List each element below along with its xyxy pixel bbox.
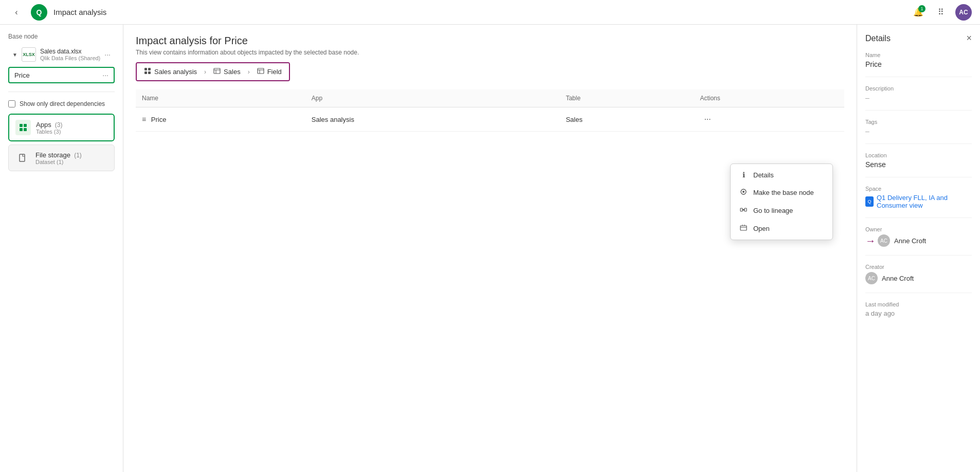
user-avatar-button[interactable]: AC — [955, 4, 972, 21]
notification-button[interactable]: 🔔 1 — [910, 4, 927, 21]
space-icon: Q — [865, 196, 874, 207]
sidebar-divider — [8, 92, 115, 92]
owner-avatar: AC — [878, 234, 890, 247]
owner-item: AC Anne Croft — [878, 234, 926, 247]
ctx-open[interactable]: Open — [731, 220, 832, 238]
svg-point-20 — [743, 209, 745, 211]
col-name: Name — [136, 89, 305, 107]
row-name-icon: ≡ — [142, 115, 146, 123]
right-panel: Details × Name Price Description – Tags … — [857, 25, 980, 472]
qlik-logo-icon: Q — [31, 4, 47, 21]
row-app: Sales analysis — [305, 107, 560, 132]
ctx-make-base-node[interactable]: Make the base node — [731, 184, 832, 202]
description-label: Description — [865, 85, 972, 92]
space-item: Q Q1 Delivery FLL, IA and Consumer view — [865, 194, 972, 209]
breadcrumb-sales[interactable]: Sales — [206, 63, 248, 80]
file-storage-nav-title: File storage (1) — [35, 151, 108, 159]
back-button[interactable]: ‹ — [8, 4, 25, 21]
back-icon: ‹ — [15, 8, 17, 17]
file-storage-nav-sub: Dataset (1) — [35, 159, 108, 165]
space-label: Space — [865, 186, 972, 192]
make-base-node-icon — [739, 188, 748, 197]
creator-label: Creator — [865, 264, 972, 270]
owner-name: Anne Croft — [894, 237, 926, 245]
col-app: App — [305, 89, 560, 107]
panel-owner-section: Owner → AC Anne Croft — [865, 226, 972, 256]
last-modified-label: Last modified — [865, 301, 972, 307]
direct-deps-label: Show only direct dependencies — [20, 100, 105, 107]
main-layout: Base node ▼ XLSX Sales data.xlsx Qlik Da… — [0, 25, 980, 472]
location-value: Sense — [865, 160, 972, 169]
breadcrumb-sales-label: Sales — [224, 68, 241, 76]
creator-avatar: AC — [865, 272, 878, 284]
breadcrumb-sales-analysis[interactable]: Sales analysis — [137, 63, 204, 80]
panel-title: Details — [865, 34, 891, 43]
breadcrumb-sales-analysis-label: Sales analysis — [154, 68, 197, 76]
apps-nav-info: Apps (3) Tables (3) — [36, 121, 107, 135]
breadcrumb: Sales analysis › Sales › Field — [136, 62, 290, 81]
col-actions: Actions — [694, 89, 844, 107]
owner-arrow-icon: → — [865, 235, 876, 247]
topbar-title: Impact analysis — [53, 8, 106, 16]
field-icon — [257, 67, 264, 76]
apps-grid-button[interactable]: ⠿ — [933, 4, 949, 21]
panel-tags-section: Tags – — [865, 119, 972, 144]
apps-nav-title: Apps (3) — [36, 121, 107, 129]
file-source: Qlik Data Files (Shared) — [40, 55, 100, 61]
panel-location-section: Location Sense — [865, 152, 972, 177]
panel-header: Details × — [865, 33, 972, 44]
row-name: ≡ Price — [136, 107, 305, 132]
svg-rect-6 — [148, 68, 151, 70]
row-name-value: Price — [151, 116, 167, 123]
topbar-actions: 🔔 1 ⠿ AC — [910, 4, 972, 21]
svg-rect-1 — [24, 124, 27, 127]
svg-rect-12 — [258, 68, 264, 74]
tags-label: Tags — [865, 119, 972, 125]
panel-close-button[interactable]: × — [966, 33, 972, 44]
owner-label: Owner — [865, 226, 972, 232]
expand-icon[interactable]: ▼ — [12, 52, 17, 58]
nav-item-apps[interactable]: Apps (3) Tables (3) — [8, 114, 115, 141]
table-row: ≡ Price Sales analysis Sales ··· — [136, 107, 844, 132]
breadcrumb-field[interactable]: Field — [250, 63, 289, 80]
main-header: Impact analysis for Price This view cont… — [123, 25, 857, 62]
svg-point-16 — [742, 191, 745, 193]
svg-rect-0 — [20, 124, 23, 127]
svg-rect-9 — [214, 68, 220, 74]
impact-table: Name App Table Actions ≡ Price Sales ana… — [136, 89, 844, 132]
panel-creator-section: Creator AC Anne Croft — [865, 264, 972, 293]
direct-deps-checkbox[interactable] — [8, 100, 15, 107]
logo: Q — [31, 4, 47, 21]
svg-rect-7 — [144, 71, 147, 74]
tags-value: – — [865, 127, 972, 135]
main-content: Impact analysis for Price This view cont… — [123, 25, 857, 472]
main-subtitle: This view contains information about obj… — [136, 49, 844, 56]
sales-analysis-icon — [144, 67, 151, 76]
ctx-details-label: Details — [753, 171, 774, 179]
file-storage-icon — [15, 150, 30, 166]
ctx-go-to-lineage[interactable]: Go to lineage — [731, 202, 832, 220]
svg-rect-8 — [148, 71, 151, 74]
go-to-lineage-icon — [739, 206, 748, 215]
row-actions-button[interactable]: ··· — [700, 113, 715, 126]
ctx-make-base-node-label: Make the base node — [753, 189, 814, 196]
base-node-label: Base node — [8, 33, 115, 40]
owner-row: → AC Anne Croft — [865, 234, 972, 247]
sales-icon — [213, 67, 221, 76]
location-label: Location — [865, 152, 972, 158]
xlsx-icon: XLSX — [22, 47, 36, 62]
open-icon — [739, 224, 748, 233]
creator-name: Anne Croft — [882, 275, 914, 282]
row-actions: ··· — [694, 107, 844, 132]
ctx-details[interactable]: ℹ Details — [731, 166, 832, 184]
file-item: ▼ XLSX Sales data.xlsx Qlik Data Files (… — [8, 44, 115, 65]
direct-deps-checkbox-row: Show only direct dependencies — [8, 100, 115, 107]
price-chip-more-button[interactable]: ··· — [102, 71, 108, 79]
price-chip[interactable]: Price ··· — [8, 67, 115, 83]
svg-rect-18 — [745, 208, 747, 211]
nav-item-file-storage[interactable]: File storage (1) Dataset (1) — [8, 144, 115, 171]
space-value: Q1 Delivery FLL, IA and Consumer view — [877, 194, 972, 209]
breadcrumb-field-label: Field — [267, 68, 282, 76]
grid-icon: ⠿ — [938, 7, 944, 17]
file-more-button[interactable]: ··· — [104, 50, 111, 59]
